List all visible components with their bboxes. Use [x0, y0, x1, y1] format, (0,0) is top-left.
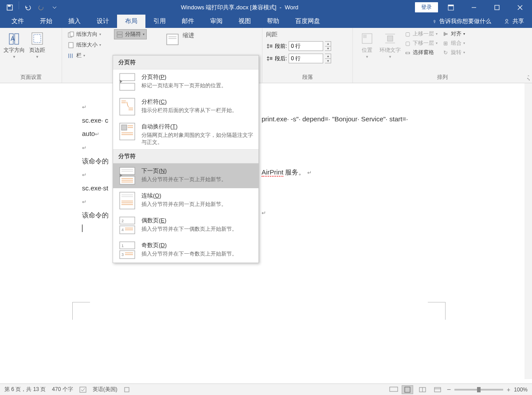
proofing-icon[interactable] [79, 387, 86, 393]
size-button[interactable]: 纸张大小 ▾ [66, 40, 103, 50]
breaks-button[interactable]: 分隔符 ▾ [114, 30, 146, 39]
ribbon-options-icon[interactable] [441, 1, 461, 14]
margins-button[interactable]: 页边距 ▼ [27, 30, 48, 59]
spacing-after[interactable]: ‡≡段后:0 行▲▼ [266, 54, 331, 63]
read-mode-view[interactable] [417, 385, 428, 394]
undo-icon[interactable] [22, 1, 34, 14]
zoom-level[interactable]: 100% [514, 387, 528, 393]
save-icon[interactable] [4, 1, 16, 14]
dropdown-item-odd-page[interactable]: 13 奇数页(D)插入分节符并在下一奇数页上开始新节。 [113, 238, 258, 263]
tab-view[interactable]: 视图 [231, 15, 259, 28]
orientation-button[interactable]: 纸张方向 ▾ [66, 30, 103, 39]
dropdown-section-page-breaks: 分页符 [113, 55, 258, 70]
svg-rect-15 [70, 32, 74, 36]
svg-rect-22 [167, 34, 178, 45]
text-direction-button[interactable]: A 文字方向 ▼ [4, 30, 25, 59]
accessibility-icon[interactable] [124, 387, 130, 393]
share-button[interactable]: 共享 [504, 17, 524, 25]
tab-baidu[interactable]: 百度网盘 [287, 15, 328, 28]
svg-rect-11 [15, 34, 19, 44]
group-button[interactable]: ⊞组合 ▾ [441, 39, 466, 47]
svg-rect-76 [434, 387, 441, 392]
tell-me[interactable]: ♀ 告诉我你想要做什么 [432, 17, 491, 25]
svg-text:3: 3 [121, 252, 124, 257]
redo-icon[interactable] [35, 1, 47, 14]
wrap-text-button[interactable]: 环绕文字▼ [379, 30, 401, 59]
send-backward[interactable]: ▢下移一层 ▾ [403, 39, 439, 47]
dropdown-item-continuous[interactable]: 连续(O)插入分节符并在同一页上开始新节。 [113, 188, 258, 213]
tab-help[interactable]: 帮助 [259, 15, 287, 28]
dropdown-item-column-break[interactable]: 分栏符(C)指示分栏符后面的文字将从下一栏开始。 [113, 94, 258, 119]
display-settings-icon[interactable] [389, 387, 398, 393]
word-count[interactable]: 470 个字 [52, 386, 73, 393]
svg-rect-3 [448, 5, 454, 6]
svg-text:4: 4 [121, 228, 124, 232]
tab-file[interactable]: 文件 [4, 15, 32, 28]
lightbulb-icon: ♀ [432, 18, 437, 25]
svg-rect-71 [125, 387, 129, 392]
dropdown-section-section-breaks: 分节符 [113, 149, 258, 163]
svg-rect-16 [69, 43, 73, 48]
app-name: Word [285, 4, 298, 11]
selection-pane[interactable]: ▭选择窗格 [403, 48, 439, 57]
close-icon[interactable] [510, 1, 530, 14]
columns-button[interactable]: 栏 ▾ [66, 51, 103, 60]
doc-mode: [兼容模式] [250, 4, 276, 11]
svg-rect-5 [495, 5, 499, 10]
svg-rect-30 [120, 74, 135, 81]
ribbon: A 文字方向 ▼ 页边距 ▼ 页面设置 纸张方向 ▾ 纸张大小 ▾ 栏 ▾ ⤡ … [0, 28, 532, 83]
spacing-before-icon: ‡≡ [266, 43, 273, 50]
svg-rect-44 [120, 167, 135, 174]
svg-rect-26 [363, 35, 367, 38]
dropdown-item-page-break[interactable]: 分页符(P)标记一页结束与下一页开始的位置。 [113, 70, 258, 94]
svg-text:2: 2 [121, 219, 124, 223]
share-icon [504, 18, 510, 24]
tab-mailings[interactable]: 邮件 [174, 15, 202, 28]
document-text: ↵ sc.exe· c auto↵ ↵ 该命令的 ↵ sc.exe·st ↵ 该… [82, 100, 109, 235]
zoom-in[interactable]: + [507, 386, 510, 393]
svg-rect-20 [117, 32, 122, 34]
breaks-dropdown: 分页符 分页符(P)标记一页结束与下一页开始的位置。 分栏符(C)指示分栏符后面… [113, 55, 259, 263]
vertical-scrollbar[interactable] [524, 83, 532, 379]
svg-point-8 [506, 19, 508, 22]
svg-rect-39 [121, 125, 127, 130]
svg-rect-72 [390, 387, 398, 391]
web-layout-view[interactable] [432, 385, 443, 394]
zoom-slider[interactable] [454, 389, 503, 391]
collapse-ribbon-icon[interactable]: ˆ [528, 75, 529, 80]
page-corner [72, 302, 90, 320]
align-button[interactable]: ⊫对齐 ▾ [441, 30, 466, 38]
dropdown-item-even-page[interactable]: 24 偶数页(E)插入分节符并在下一偶数页上开始新节。 [113, 213, 258, 238]
tab-home[interactable]: 开始 [32, 15, 60, 28]
qat-customize-icon[interactable] [48, 1, 61, 14]
tab-references[interactable]: 引用 [145, 15, 174, 28]
position-button[interactable]: 位置▼ [356, 30, 378, 59]
rotate-button[interactable]: ↻旋转 ▾ [441, 48, 466, 57]
title-bar: Windows 端打印共享.docx [兼容模式] - Word 登录 [0, 0, 532, 15]
tab-review[interactable]: 审阅 [202, 15, 231, 28]
indent-icon-button[interactable] [164, 31, 181, 46]
document-text-right: print.exe· -s"· depend=· "Bonjour· Servi… [262, 112, 408, 220]
maximize-icon[interactable] [487, 1, 507, 14]
tab-design[interactable]: 设计 [89, 15, 117, 28]
svg-rect-73 [405, 387, 410, 392]
spacing-before[interactable]: ‡≡段前:0 行▲▼ [266, 41, 331, 51]
tab-layout[interactable]: 布局 [117, 15, 145, 28]
dropdown-item-text-wrap[interactable]: 自动换行符(T)分隔网页上的对象周围的文字，如分隔题注文字与正文。 [113, 119, 258, 149]
group-page-setup: 页面设置 [4, 73, 58, 82]
svg-rect-31 [120, 83, 135, 90]
minimize-icon[interactable] [464, 1, 484, 14]
document-area[interactable]: ↵ sc.exe· c auto↵ ↵ 该命令的 ↵ sc.exe·st ↵ 该… [0, 83, 532, 379]
page-indicator[interactable]: 第 6 页，共 13 页 [4, 386, 46, 393]
tab-insert[interactable]: 插入 [60, 15, 89, 28]
language-indicator[interactable]: 英语(美国) [93, 386, 117, 393]
svg-rect-21 [117, 35, 122, 37]
print-layout-view[interactable] [402, 385, 413, 394]
login-button[interactable]: 登录 [415, 2, 438, 12]
ribbon-tabs: 文件 开始 插入 设计 布局 引用 邮件 审阅 视图 帮助 百度网盘 ♀ 告诉我… [0, 15, 532, 28]
zoom-out[interactable]: − [447, 386, 451, 394]
group-paragraph: 段落 [266, 73, 349, 82]
dropdown-item-next-page[interactable]: 下一页(N)插入分节符并在下一页上开始新节。 [113, 163, 258, 188]
spacing-after-icon: ‡≡ [266, 55, 273, 62]
bring-forward[interactable]: ▢上移一层 ▾ [403, 30, 439, 38]
